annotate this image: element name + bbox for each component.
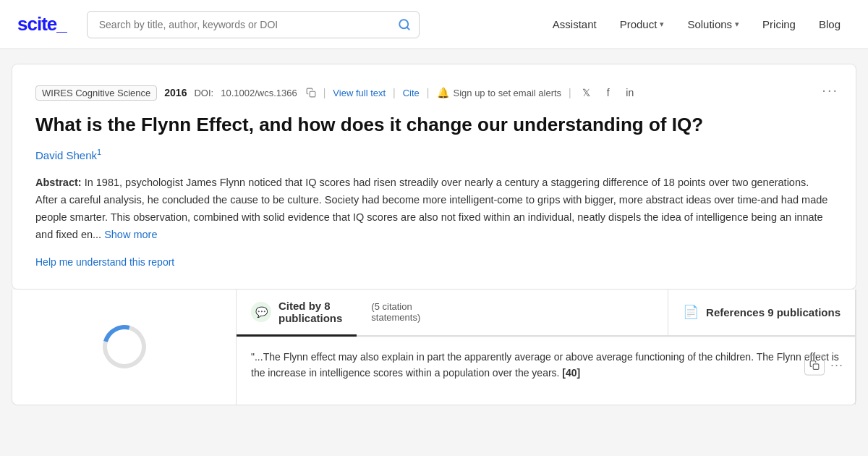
more-options-button[interactable]: ··· [822,82,838,98]
chat-icon: 💬 [251,302,271,322]
citations-panel: 💬 Cited by 8publications (5 citationstat… [237,290,856,405]
nav-item-solutions[interactable]: Solutions ▾ [677,12,749,36]
facebook-icon[interactable]: f [600,85,616,101]
cited-by-label: Cited by 8publications [278,300,342,324]
search-bar [87,11,420,38]
separator: | [323,87,326,98]
nav-item-pricing[interactable]: Pricing [752,12,806,36]
chevron-down-icon: ▾ [735,20,739,29]
svg-rect-3 [813,363,819,369]
paper-card: ··· WIRES Cognitive Science 2016 DOI: 10… [12,64,856,290]
loading-panel [12,290,237,405]
social-icons: 𝕏 f in [579,85,638,101]
logo[interactable]: scite_ [17,13,67,35]
nav-items: Assistant Product ▾ Solutions ▾ Pricing … [542,12,851,36]
chevron-down-icon: ▾ [660,20,664,29]
document-icon: 📄 [683,304,699,320]
copy-snippet-button[interactable] [804,355,825,375]
navbar: scite_ Assistant Product ▾ Solutions ▾ P… [0,0,868,49]
alert-label[interactable]: Sign up to set email alerts [454,88,562,98]
separator: | [393,87,396,98]
linkedin-icon[interactable]: in [622,85,638,101]
references-label: References 9 publications [706,306,841,318]
svg-line-1 [407,27,409,29]
paper-title: What is the Flynn Effect, and how does i… [35,112,833,138]
bell-icon: 🔔 [437,87,449,98]
abstract: Abstract: In 1981, psychologist James Fl… [35,174,833,244]
bottom-section: 💬 Cited by 8publications (5 citationstat… [12,290,856,405]
citation-snippet: "...The Flynn effect may also explain in… [237,337,855,393]
search-input[interactable] [87,11,420,38]
doi-label: DOI: [194,88,213,98]
cited-by-tab[interactable]: 💬 Cited by 8publications [237,290,357,337]
nav-item-assistant[interactable]: Assistant [542,12,607,36]
loading-spinner [95,317,154,376]
show-more-button[interactable]: Show more [104,229,157,240]
help-link[interactable]: Help me understand this report [35,256,174,268]
search-icon [398,18,411,31]
copy-doi-button[interactable] [306,88,316,98]
snippet-more-button[interactable]: ··· [830,355,843,376]
snippet-text: "...The Flynn effect may also explain in… [251,351,839,379]
abstract-label: Abstract: [35,177,82,188]
cite-link[interactable]: Cite [403,88,420,98]
journal-badge: WIRES Cognitive Science [35,85,157,101]
paper-author[interactable]: David Shenk1 [35,148,833,161]
paper-meta: WIRES Cognitive Science 2016 DOI: 10.100… [35,85,833,101]
view-full-text-link[interactable]: View full text [333,88,386,98]
content-area: ··· WIRES Cognitive Science 2016 DOI: 10… [0,49,868,420]
citation-statements-tab[interactable]: (5 citationstatements) [357,290,435,335]
snippet-actions: ··· [804,355,843,376]
citations-tabs: 💬 Cited by 8publications (5 citationstat… [237,290,855,337]
nav-item-blog[interactable]: Blog [809,12,851,36]
separator: | [569,87,571,98]
nav-item-product[interactable]: Product ▾ [610,12,675,36]
alert-section: 🔔 Sign up to set email alerts [437,87,562,98]
references-tab[interactable]: 📄 References 9 publications [668,290,855,335]
year: 2016 [164,87,187,98]
separator: | [427,87,430,98]
svg-rect-2 [310,91,315,97]
twitter-icon[interactable]: 𝕏 [579,85,595,101]
doi-value: 10.1002/wcs.1366 [221,88,297,98]
